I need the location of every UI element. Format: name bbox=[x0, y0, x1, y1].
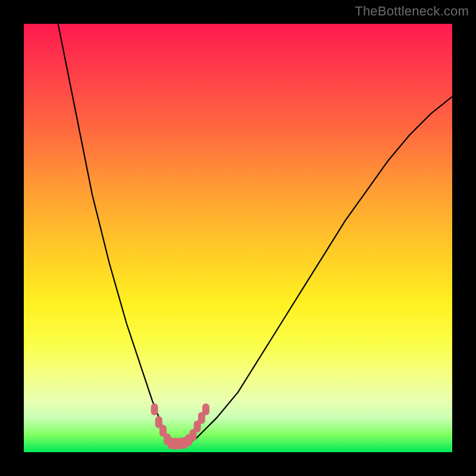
curve-marker bbox=[202, 403, 209, 415]
curve-marker bbox=[151, 403, 158, 415]
marker-group bbox=[151, 403, 209, 450]
bottleneck-curve-path bbox=[58, 24, 452, 444]
watermark-text: TheBottleneck.com bbox=[355, 4, 469, 19]
curve-svg bbox=[24, 24, 452, 452]
plot-area bbox=[24, 24, 452, 452]
chart-frame: TheBottleneck.com bbox=[0, 0, 476, 476]
